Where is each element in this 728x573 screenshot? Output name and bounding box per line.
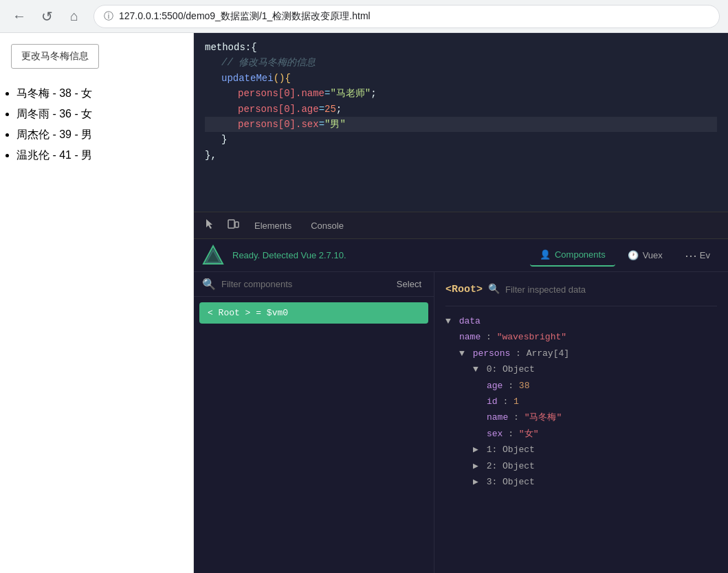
- name-key: name: [459, 332, 481, 342]
- item2-label: 2: Object: [487, 461, 535, 471]
- vue-header: Ready. Detected Vue 2.7.10. 👤 Components…: [194, 239, 728, 272]
- webpage-panel: 更改马冬梅信息 马冬梅 - 38 - 女 周冬雨 - 36 - 女 周杰伦 - …: [0, 33, 194, 573]
- data-id-row: id : 1: [445, 394, 717, 409]
- address-bar[interactable]: ⓘ 127.0.0.1:5500/demo9_数据监测/1_检测数据改变原理.h…: [93, 5, 720, 28]
- code-line: // 修改马冬梅的信息: [205, 55, 717, 70]
- search-icon-sm: 🔍: [488, 281, 500, 298]
- root-vm-label: = $vm0: [256, 308, 288, 318]
- filter-components-input[interactable]: [221, 279, 387, 289]
- back-button[interactable]: ←: [8, 5, 30, 27]
- components-panel: 🔍 Select < Root > = $vm0: [194, 272, 728, 573]
- persons-key: persons: [473, 348, 511, 359]
- age-val: 38: [519, 381, 530, 391]
- filter-data-input[interactable]: [505, 284, 621, 295]
- code-text: persons[0].sex: [238, 117, 319, 132]
- data-age-row: age : 38: [445, 378, 717, 394]
- device-toggle-button[interactable]: [223, 215, 243, 236]
- root-component-item[interactable]: < Root > = $vm0: [199, 302, 428, 324]
- data-panel: <Root> 🔍 ▼ data name :: [434, 272, 728, 573]
- vue-tabs: 👤 Components 🕐 Vuex ⋯ Ev: [530, 243, 720, 269]
- list-item: 周杰伦 - 39 - 男: [16, 126, 182, 143]
- code-line-highlighted: persons[0].sex = "男": [205, 117, 717, 132]
- elements-tab[interactable]: Elements: [246, 215, 300, 236]
- code-text: =: [319, 117, 324, 132]
- tab-vuex[interactable]: 🕐 Vuex: [618, 245, 672, 266]
- code-text: ;: [371, 86, 376, 101]
- devtools-toolbar: Elements Console: [194, 212, 728, 239]
- tab-events[interactable]: ⋯ Ev: [675, 243, 720, 269]
- svg-rect-1: [235, 222, 239, 227]
- colon2: :: [516, 348, 527, 359]
- right-panel: methods: { // 修改马冬梅的信息 updateMei(){ pers…: [194, 33, 728, 573]
- url-text: 127.0.0.1:5500/demo9_数据监测/1_检测数据改变原理.htm…: [119, 10, 709, 23]
- data-name-row: name : "wavesbright": [445, 329, 717, 345]
- code-method: updateMei: [221, 71, 274, 86]
- vue-status-text: Ready. Detected Vue 2.7.10.: [232, 250, 530, 260]
- vue-logo-icon: [202, 245, 224, 267]
- code-comment: // 修改马冬梅的信息: [221, 55, 316, 70]
- data-sex-row: sex : "女": [445, 426, 717, 442]
- data-name-item-row: name : "马冬梅": [445, 409, 717, 425]
- code-text: (){: [274, 71, 291, 86]
- item0-collapse-icon[interactable]: ▼: [473, 364, 478, 374]
- events-tab-icon: ⋯: [685, 248, 696, 263]
- id-key: id: [487, 396, 498, 407]
- svg-rect-0: [228, 220, 234, 228]
- refresh-button[interactable]: ↺: [36, 5, 58, 27]
- svg-marker-4: [203, 246, 223, 264]
- comp-sidebar: 🔍 Select < Root > = $vm0: [194, 272, 434, 573]
- data-header-row: ▼ data: [445, 313, 717, 329]
- name-item-key: name: [487, 412, 508, 423]
- code-text: =: [319, 102, 324, 117]
- item2-expand-icon[interactable]: ▶: [473, 461, 478, 471]
- code-text: {: [251, 40, 256, 55]
- code-text: 25: [324, 102, 336, 117]
- item1-expand-icon[interactable]: ▶: [473, 445, 478, 455]
- person-list: 马冬梅 - 38 - 女 周冬雨 - 36 - 女 周杰伦 - 39 - 男 温…: [0, 80, 193, 179]
- data-collapse-icon[interactable]: ▼: [445, 316, 451, 326]
- code-text: "马老师": [330, 86, 371, 101]
- code-line: updateMei(){: [205, 71, 717, 86]
- item3-expand-icon[interactable]: ▶: [473, 477, 478, 487]
- code-text: =: [324, 86, 330, 101]
- comp-tree: < Root > = $vm0: [194, 297, 434, 573]
- data-section-key: data: [459, 316, 481, 326]
- nav-buttons: ← ↺ ⌂: [8, 5, 85, 27]
- code-line: persons[0].name = "马老师" ;: [205, 86, 717, 101]
- inspect-element-button[interactable]: [199, 215, 220, 236]
- data-item2-row: ▶ 2: Object: [445, 458, 717, 474]
- list-item: 马冬梅 - 38 - 女: [16, 85, 182, 102]
- list-item: 周冬雨 - 36 - 女: [16, 106, 182, 122]
- item0-label: 0: Object: [487, 364, 535, 374]
- sex-val: "女": [519, 429, 539, 439]
- cursor-icon: [203, 218, 216, 230]
- colon6: :: [508, 429, 519, 439]
- code-editor: methods: { // 修改马冬梅的信息 updateMei(){ pers…: [194, 33, 728, 212]
- tab-components[interactable]: 👤 Components: [530, 244, 615, 267]
- webpage-button-area: 更改马冬梅信息: [0, 33, 193, 80]
- browser-chrome: ← ↺ ⌂ ⓘ 127.0.0.1:5500/demo9_数据监测/1_检测数据…: [0, 0, 728, 33]
- sex-key: sex: [487, 429, 503, 439]
- console-tab[interactable]: Console: [302, 215, 352, 236]
- name-val: "wavesbright": [497, 332, 566, 342]
- colon3: :: [508, 381, 519, 391]
- code-text: persons[0].age: [238, 102, 319, 117]
- vuex-tab-icon: 🕐: [628, 250, 639, 260]
- select-button[interactable]: Select: [393, 278, 426, 291]
- components-tab-label: Components: [555, 249, 606, 260]
- data-item1-row: ▶ 1: Object: [445, 442, 717, 458]
- code-line: methods: {: [205, 40, 717, 55]
- main-area: 更改马冬梅信息 马冬梅 - 38 - 女 周冬雨 - 36 - 女 周杰伦 - …: [0, 33, 728, 573]
- colon: :: [486, 332, 497, 342]
- code-text: },: [205, 148, 217, 163]
- info-icon: ⓘ: [104, 10, 113, 23]
- events-tab-label: Ev: [700, 250, 710, 260]
- colon4: :: [503, 396, 514, 407]
- update-button[interactable]: 更改马冬梅信息: [11, 44, 99, 69]
- components-tab-icon: 👤: [540, 249, 551, 260]
- home-button[interactable]: ⌂: [63, 5, 85, 27]
- code-text: }: [221, 132, 227, 147]
- data-item3-row: ▶ 3: Object: [445, 474, 717, 490]
- vuex-tab-label: Vuex: [643, 250, 663, 260]
- persons-collapse-icon[interactable]: ▼: [459, 348, 465, 359]
